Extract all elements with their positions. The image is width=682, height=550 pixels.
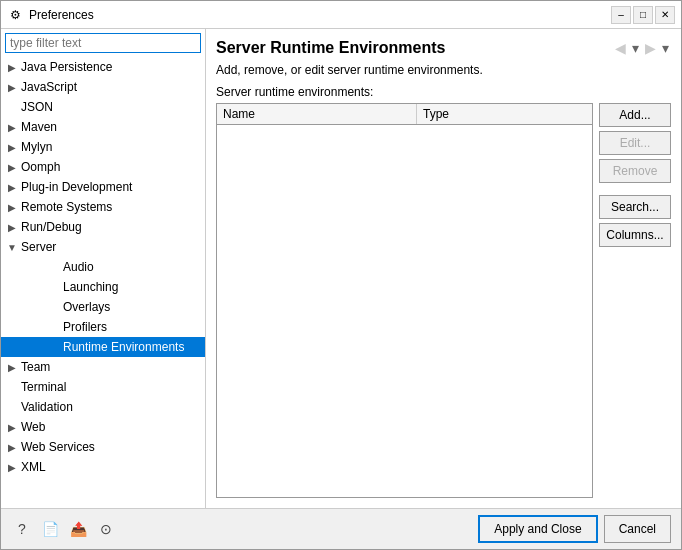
search-button[interactable]: Search... — [599, 195, 671, 219]
panel-description: Add, remove, or edit server runtime envi… — [216, 63, 671, 77]
panel-header: Server Runtime Environments ◀ ▾ ▶ ▾ — [216, 39, 671, 57]
remove-button[interactable]: Remove — [599, 159, 671, 183]
tree-item-label: Run/Debug — [21, 220, 82, 234]
tree-item-label: Maven — [21, 120, 57, 134]
tree-item-json[interactable]: JSON — [1, 97, 205, 117]
tree-expand-icon: ▶ — [5, 122, 19, 133]
export-icon[interactable]: 📤 — [67, 518, 89, 540]
tree-item-java-persistence[interactable]: ▶ Java Persistence — [1, 57, 205, 77]
title-bar: ⚙ Preferences – □ ✕ — [1, 1, 681, 29]
tree-item-label: Runtime Environments — [63, 340, 184, 354]
tree-container: ▶ Java Persistence ▶ JavaScript JSON ▶ M… — [1, 57, 205, 508]
tree-expand-icon: ▶ — [5, 462, 19, 473]
table-header: Name Type — [217, 104, 592, 125]
nav-dropdown-button[interactable]: ▾ — [660, 40, 671, 56]
tree-item-maven[interactable]: ▶ Maven — [1, 117, 205, 137]
main-area: ▶ Java Persistence ▶ JavaScript JSON ▶ M… — [1, 29, 681, 508]
tree-item-label: Overlays — [63, 300, 110, 314]
panel-title: Server Runtime Environments — [216, 39, 445, 57]
cancel-button[interactable]: Cancel — [604, 515, 671, 543]
tree-expand-icon: ▶ — [5, 202, 19, 213]
filter-input[interactable] — [5, 33, 201, 53]
tree-expand-icon: ▼ — [5, 242, 19, 253]
nav-arrows: ◀ ▾ ▶ ▾ — [613, 40, 671, 56]
footer: ? 📄 📤 ⊙ Apply and Close Cancel — [1, 508, 681, 549]
maximize-button[interactable]: □ — [633, 6, 653, 24]
tree-item-profilers[interactable]: Profilers — [1, 317, 205, 337]
close-button[interactable]: ✕ — [655, 6, 675, 24]
tree-expand-icon: ▶ — [5, 82, 19, 93]
forward-button[interactable]: ▶ — [643, 40, 658, 56]
tree-item-label: Validation — [21, 400, 73, 414]
tree-item-terminal[interactable]: Terminal — [1, 377, 205, 397]
tree-item-web[interactable]: ▶ Web — [1, 417, 205, 437]
window-icon: ⚙ — [7, 7, 23, 23]
col-name: Name — [217, 104, 417, 124]
tree-item-label: Web — [21, 420, 45, 434]
tree-item-xml[interactable]: ▶ XML — [1, 457, 205, 477]
edit-button[interactable]: Edit... — [599, 131, 671, 155]
preferences-window: ⚙ Preferences – □ ✕ ▶ Java Persistence ▶… — [0, 0, 682, 550]
tree-item-audio[interactable]: Audio — [1, 257, 205, 277]
content-area: Name Type Add... Edit... Remove Search..… — [216, 103, 671, 498]
apply-close-button[interactable]: Apply and Close — [478, 515, 597, 543]
tree-item-plugin-development[interactable]: ▶ Plug-in Development — [1, 177, 205, 197]
tree-item-label: Server — [21, 240, 56, 254]
tree-expand-icon: ▶ — [5, 442, 19, 453]
help-icon[interactable]: ? — [11, 518, 33, 540]
file-icon[interactable]: 📄 — [39, 518, 61, 540]
columns-button[interactable]: Columns... — [599, 223, 671, 247]
tree-item-label: Mylyn — [21, 140, 52, 154]
tree-expand-icon: ▶ — [5, 222, 19, 233]
tree-item-mylyn[interactable]: ▶ Mylyn — [1, 137, 205, 157]
window-title: Preferences — [29, 8, 611, 22]
tree-item-label: JavaScript — [21, 80, 77, 94]
tree-item-remote-systems[interactable]: ▶ Remote Systems — [1, 197, 205, 217]
table-body — [217, 125, 592, 497]
tree-item-label: Launching — [63, 280, 118, 294]
tree-item-label: Team — [21, 360, 50, 374]
tree-item-label: Profilers — [63, 320, 107, 334]
minimize-button[interactable]: – — [611, 6, 631, 24]
tree-item-label: Web Services — [21, 440, 95, 454]
tree-item-web-services[interactable]: ▶ Web Services — [1, 437, 205, 457]
tree-item-overlays[interactable]: Overlays — [1, 297, 205, 317]
left-panel: ▶ Java Persistence ▶ JavaScript JSON ▶ M… — [1, 29, 206, 508]
footer-buttons: Apply and Close Cancel — [478, 515, 671, 543]
back-button[interactable]: ◀ — [613, 40, 628, 56]
tree-item-run-debug[interactable]: ▶ Run/Debug — [1, 217, 205, 237]
tree-expand-icon: ▶ — [5, 362, 19, 373]
window-controls: – □ ✕ — [611, 6, 675, 24]
tree-item-label: Audio — [63, 260, 94, 274]
action-buttons: Add... Edit... Remove Search... Columns.… — [599, 103, 671, 498]
tree-item-label: Oomph — [21, 160, 60, 174]
panel-subtext: Server runtime environments: — [216, 85, 671, 99]
tree-expand-icon: ▶ — [5, 62, 19, 73]
col-type: Type — [417, 104, 592, 124]
tree-expand-icon: ▶ — [5, 162, 19, 173]
right-panel: Server Runtime Environments ◀ ▾ ▶ ▾ Add,… — [206, 29, 681, 508]
tree-expand-icon: ▶ — [5, 422, 19, 433]
footer-icons: ? 📄 📤 ⊙ — [11, 518, 117, 540]
tree-item-label: Remote Systems — [21, 200, 112, 214]
tree-expand-icon: ▶ — [5, 182, 19, 193]
environments-table: Name Type — [216, 103, 593, 498]
tree-item-server[interactable]: ▼ Server — [1, 237, 205, 257]
tree-item-launching[interactable]: Launching — [1, 277, 205, 297]
add-button[interactable]: Add... — [599, 103, 671, 127]
tree-item-validation[interactable]: Validation — [1, 397, 205, 417]
tree-item-label: XML — [21, 460, 46, 474]
forward-dropdown-button[interactable]: ▾ — [630, 40, 641, 56]
tree-item-runtime-environments[interactable]: Runtime Environments — [1, 337, 205, 357]
tree-item-label: Plug-in Development — [21, 180, 132, 194]
tree-item-label: Java Persistence — [21, 60, 112, 74]
tree-item-team[interactable]: ▶ Team — [1, 357, 205, 377]
tree-item-oomph[interactable]: ▶ Oomph — [1, 157, 205, 177]
tree-item-label: Terminal — [21, 380, 66, 394]
tree-item-javascript[interactable]: ▶ JavaScript — [1, 77, 205, 97]
target-icon[interactable]: ⊙ — [95, 518, 117, 540]
tree-expand-icon: ▶ — [5, 142, 19, 153]
tree-item-label: JSON — [21, 100, 53, 114]
